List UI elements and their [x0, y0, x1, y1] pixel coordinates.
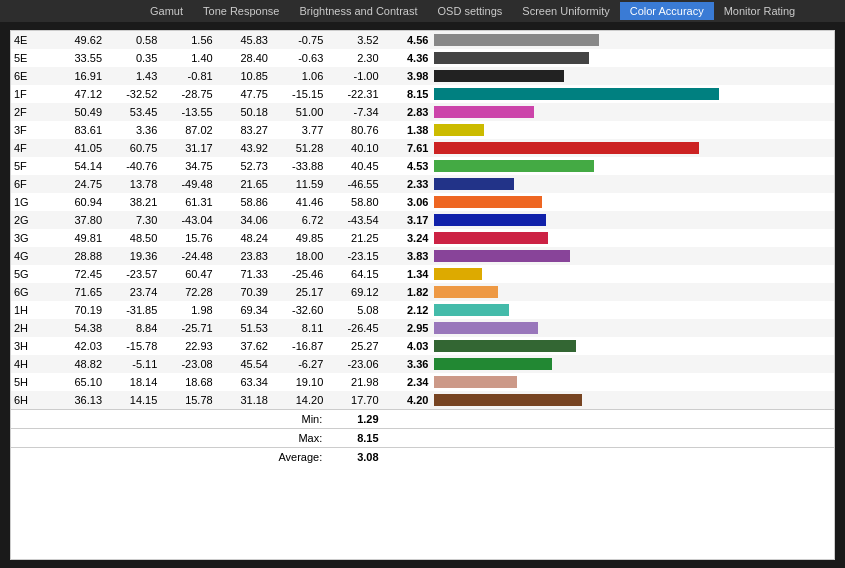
v2: -5.11: [105, 355, 160, 373]
v5: 3.77: [271, 121, 326, 139]
v5: -25.46: [271, 265, 326, 283]
table-row: 6H 36.13 14.15 15.78 31.18 14.20 17.70 4…: [11, 391, 834, 410]
v6: 17.70: [326, 391, 381, 410]
v1: 83.61: [50, 121, 105, 139]
v2: 23.74: [105, 283, 160, 301]
v4: 47.75: [216, 85, 271, 103]
v2: 38.21: [105, 193, 160, 211]
de-value: 4.36: [382, 49, 432, 67]
de-value: 2.33: [382, 175, 432, 193]
v2: 1.43: [105, 67, 160, 85]
bar-cell: [431, 121, 834, 139]
v1: 47.12: [50, 85, 105, 103]
v1: 65.10: [50, 373, 105, 391]
v4: 45.54: [216, 355, 271, 373]
v1: 36.13: [50, 391, 105, 410]
bar-cell: [431, 337, 834, 355]
tab-monitor-rating[interactable]: Monitor Rating: [714, 2, 806, 20]
table-row: 4G 28.88 19.36 -24.48 23.83 18.00 -23.15…: [11, 247, 834, 265]
row-label: 2H: [11, 319, 50, 337]
v6: 40.10: [326, 139, 381, 157]
v4: 69.34: [216, 301, 271, 319]
row-label: 2G: [11, 211, 50, 229]
table-row: 1F 47.12 -32.52 -28.75 47.75 -15.15 -22.…: [11, 85, 834, 103]
v6: -23.06: [326, 355, 381, 373]
v1: 71.65: [50, 283, 105, 301]
tab-bar: GamutTone ResponseBrightness and Contras…: [0, 0, 845, 22]
table-row: 4E 49.62 0.58 1.56 45.83 -0.75 3.52 4.56: [11, 31, 834, 49]
v1: 49.62: [50, 31, 105, 49]
table-row: 3G 49.81 48.50 15.76 48.24 49.85 21.25 3…: [11, 229, 834, 247]
v4: 23.83: [216, 247, 271, 265]
bar-cell: [431, 229, 834, 247]
v1: 48.82: [50, 355, 105, 373]
v5: 25.17: [271, 283, 326, 301]
footer-value: 8.15: [326, 429, 381, 448]
table-row: 5E 33.55 0.35 1.40 28.40 -0.63 2.30 4.36: [11, 49, 834, 67]
bar-cell: [431, 157, 834, 175]
v6: -26.45: [326, 319, 381, 337]
v5: -32.60: [271, 301, 326, 319]
v1: 70.19: [50, 301, 105, 319]
table-row: 4F 41.05 60.75 31.17 43.92 51.28 40.10 7…: [11, 139, 834, 157]
row-label: 4G: [11, 247, 50, 265]
v4: 10.85: [216, 67, 271, 85]
tab-osd-settings[interactable]: OSD settings: [427, 2, 512, 20]
v5: 18.00: [271, 247, 326, 265]
v3: 1.56: [160, 31, 215, 49]
v2: -15.78: [105, 337, 160, 355]
bar-cell: [431, 265, 834, 283]
v4: 83.27: [216, 121, 271, 139]
de-value: 3.17: [382, 211, 432, 229]
v3: -49.48: [160, 175, 215, 193]
v1: 41.05: [50, 139, 105, 157]
de-value: 1.34: [382, 265, 432, 283]
v5: 51.28: [271, 139, 326, 157]
table-row: 2F 50.49 53.45 -13.55 50.18 51.00 -7.34 …: [11, 103, 834, 121]
v3: 1.98: [160, 301, 215, 319]
row-label: 1F: [11, 85, 50, 103]
v6: 21.98: [326, 373, 381, 391]
tab-screen-uniformity[interactable]: Screen Uniformity: [512, 2, 619, 20]
v3: -43.04: [160, 211, 215, 229]
de-value: 3.98: [382, 67, 432, 85]
tab-color-accuracy[interactable]: Color Accuracy: [620, 2, 714, 20]
row-label: 6E: [11, 67, 50, 85]
v2: 13.78: [105, 175, 160, 193]
v2: 18.14: [105, 373, 160, 391]
v1: 42.03: [50, 337, 105, 355]
v3: -13.55: [160, 103, 215, 121]
v4: 52.73: [216, 157, 271, 175]
bar-cell: [431, 31, 834, 49]
v6: -1.00: [326, 67, 381, 85]
v2: -23.57: [105, 265, 160, 283]
v4: 63.34: [216, 373, 271, 391]
footer-label: Min:: [11, 410, 326, 429]
tab-brightness-contrast[interactable]: Brightness and Contrast: [289, 2, 427, 20]
row-label: 4E: [11, 31, 50, 49]
de-value: 3.83: [382, 247, 432, 265]
row-label: 3H: [11, 337, 50, 355]
v6: -23.15: [326, 247, 381, 265]
tab-tone-response[interactable]: Tone Response: [193, 2, 289, 20]
v5: -0.75: [271, 31, 326, 49]
v6: -43.54: [326, 211, 381, 229]
bar-cell: [431, 373, 834, 391]
v4: 43.92: [216, 139, 271, 157]
v5: 51.00: [271, 103, 326, 121]
row-label: 2F: [11, 103, 50, 121]
de-value: 4.20: [382, 391, 432, 410]
v3: 87.02: [160, 121, 215, 139]
bar-cell: [431, 67, 834, 85]
row-label: 1H: [11, 301, 50, 319]
row-label: 5E: [11, 49, 50, 67]
de-value: 4.53: [382, 157, 432, 175]
row-label: 4F: [11, 139, 50, 157]
v1: 50.49: [50, 103, 105, 121]
v5: 19.10: [271, 373, 326, 391]
v5: 41.46: [271, 193, 326, 211]
v6: -7.34: [326, 103, 381, 121]
table-row: 6F 24.75 13.78 -49.48 21.65 11.59 -46.55…: [11, 175, 834, 193]
tab-gamut[interactable]: Gamut: [140, 2, 193, 20]
de-value: 4.03: [382, 337, 432, 355]
